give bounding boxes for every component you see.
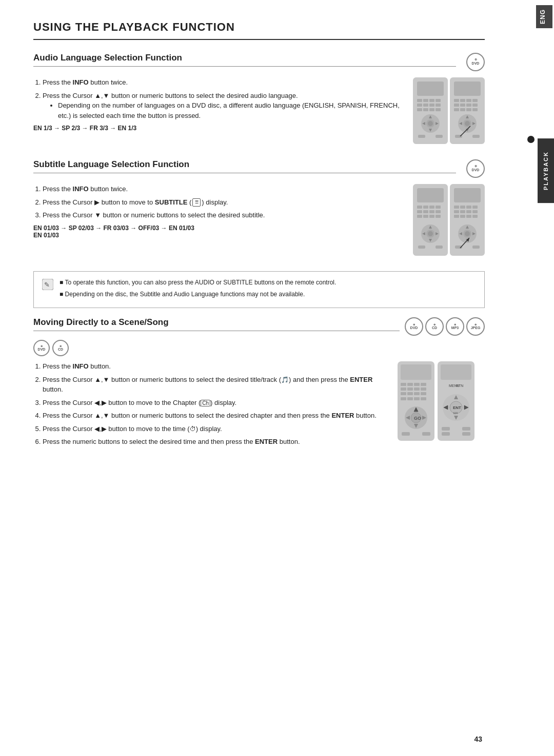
- svg-rect-6: [417, 104, 422, 107]
- badge-cd: ⊕ CD: [425, 317, 444, 336]
- svg-rect-57: [417, 215, 422, 218]
- page-number: 43: [474, 735, 482, 743]
- svg-rect-26: [460, 99, 465, 102]
- svg-rect-106: [421, 387, 426, 391]
- moving-step-6: Press the numeric buttons to select the …: [43, 437, 387, 447]
- subtitle-dvd-badge: ⊕ DVD: [466, 159, 485, 178]
- subtitle-step-1: Press the INFO button twice.: [43, 184, 403, 194]
- svg-rect-112: [407, 397, 413, 400]
- svg-rect-52: [436, 206, 441, 209]
- svg-rect-78: [466, 210, 471, 213]
- moving-step-5: Press the Cursor ◀,▶ button to move to t…: [43, 424, 387, 434]
- page-wrapper: ENG PLAYBACK USING THE PLAYBACK FUNCTION…: [0, 0, 554, 756]
- svg-rect-33: [454, 108, 459, 111]
- subtitle-remote-svg-1: [413, 184, 448, 256]
- svg-rect-56: [436, 210, 441, 213]
- audio-steps-list: Press the INFO button twice. Press the C…: [33, 77, 403, 120]
- badge-dvd: ⊕ DVD: [405, 317, 423, 336]
- eng-label: ENG: [536, 5, 552, 28]
- subtitle-instructions: Press the INFO button twice. Press the C…: [33, 184, 403, 256]
- svg-text:✎: ✎: [44, 281, 50, 289]
- audio-instructions: Press the INFO button twice. Press the C…: [33, 77, 403, 144]
- svg-rect-49: [417, 206, 422, 209]
- moving-step-4: Press the Cursor ▲,▼ button or numeric b…: [43, 411, 387, 421]
- svg-point-20: [428, 121, 433, 126]
- svg-point-67: [428, 231, 433, 236]
- svg-rect-113: [414, 397, 420, 400]
- svg-rect-123: [422, 432, 430, 436]
- moving-remote-svg-2: ENT ER MENU RTN: [438, 361, 474, 441]
- svg-text:GO: GO: [414, 416, 421, 421]
- svg-rect-108: [407, 392, 413, 395]
- svg-rect-83: [472, 215, 478, 218]
- svg-rect-51: [429, 206, 434, 209]
- svg-rect-99: [401, 383, 406, 386]
- moving-disc-icons: ⊕ DVD ⊕ CD: [33, 340, 485, 356]
- disc-icon-dvd: ⊕ DVD: [33, 340, 50, 356]
- svg-rect-122: [402, 432, 410, 436]
- svg-rect-55: [429, 210, 434, 213]
- svg-rect-107: [401, 392, 406, 395]
- svg-rect-50: [423, 206, 428, 209]
- svg-rect-31: [466, 104, 471, 107]
- side-tab: ENG: [535, 0, 554, 756]
- svg-rect-111: [401, 397, 406, 400]
- audio-step-2: Press the Cursor ▲,▼ button or numeric b…: [43, 91, 403, 121]
- svg-rect-138: [442, 432, 450, 436]
- svg-rect-68: [418, 246, 425, 249]
- svg-rect-100: [407, 383, 413, 386]
- moving-remote-svg-1: GO: [398, 361, 434, 441]
- svg-rect-114: [421, 397, 426, 400]
- note-pencil-icon: ✎: [42, 279, 53, 290]
- svg-rect-21: [418, 135, 425, 138]
- moving-steps-list: Press the INFO button. Press the Cursor …: [33, 361, 387, 447]
- audio-sequence: EN 1/3 → SP 2/3 → FR 3/3 → EN 1/3: [33, 125, 403, 132]
- svg-rect-22: [436, 135, 443, 138]
- svg-rect-71: [454, 188, 481, 202]
- svg-rect-125: [441, 364, 471, 380]
- subtitle-step-2: Press the Cursor ▶ button to move to SUB…: [43, 197, 403, 208]
- svg-rect-82: [466, 215, 471, 218]
- svg-rect-136: [442, 427, 450, 431]
- svg-rect-110: [421, 392, 426, 395]
- disc-icon-cd: ⊕ CD: [52, 340, 69, 356]
- svg-rect-29: [454, 104, 459, 107]
- svg-rect-32: [472, 104, 478, 107]
- svg-rect-92: [472, 246, 480, 249]
- audio-language-section: Audio Language Selection Function ⊕ DVD …: [33, 53, 485, 144]
- svg-rect-109: [414, 392, 420, 395]
- subtitle-steps-list: Press the INFO button twice. Press the C…: [33, 184, 403, 220]
- svg-rect-13: [436, 108, 441, 111]
- badge-jpeg: ⊕ JPEG: [466, 317, 485, 336]
- svg-point-90: [465, 231, 470, 236]
- moving-step-3: Press the Cursor ◀,▶ button to move to t…: [43, 398, 387, 408]
- svg-rect-34: [460, 108, 465, 111]
- audio-section-title: Audio Language Selection Function: [33, 53, 456, 67]
- remote-svg-2: [450, 77, 485, 144]
- main-title: USING THE PLAYBACK FUNCTION: [33, 21, 485, 40]
- svg-rect-9: [436, 104, 441, 107]
- subtitle-language-section: Subtitle Language Selection Function ⊕ D…: [33, 159, 485, 256]
- main-content: USING THE PLAYBACK FUNCTION Audio Langua…: [0, 0, 513, 756]
- moving-step-2: Press the Cursor ▲,▼ button or numeric b…: [43, 375, 387, 395]
- moving-directly-section: Moving Directly to a Scene/Song ⊕ DVD ⊕ …: [33, 317, 485, 451]
- svg-rect-80: [454, 215, 459, 218]
- svg-rect-8: [429, 104, 434, 107]
- svg-rect-4: [429, 99, 434, 102]
- note-bullet-2: ■ Depending on the disc, the Subtitle an…: [60, 290, 476, 299]
- svg-rect-69: [436, 246, 443, 249]
- svg-rect-74: [466, 206, 471, 209]
- svg-rect-35: [466, 108, 471, 111]
- subtitle-section-title: Subtitle Language Selection Function: [33, 159, 456, 173]
- svg-rect-53: [417, 210, 422, 213]
- moving-badges: ⊕ DVD ⊕ CD ⊕ MP3 ⊕ JPEG: [405, 317, 485, 336]
- badge-mp3: ⊕ MP3: [446, 317, 464, 336]
- note-box: ✎ ■ To operate this function, you can al…: [33, 271, 485, 308]
- svg-rect-77: [460, 210, 465, 213]
- subtitle-section-body: Press the INFO button twice. Press the C…: [33, 184, 485, 256]
- moving-instructions: Press the INFO button. Press the Cursor …: [33, 361, 387, 451]
- svg-rect-2: [417, 99, 422, 102]
- svg-rect-54: [423, 210, 428, 213]
- moving-section-body: Press the INFO button. Press the Cursor …: [33, 361, 485, 451]
- svg-text:ER: ER: [453, 412, 458, 415]
